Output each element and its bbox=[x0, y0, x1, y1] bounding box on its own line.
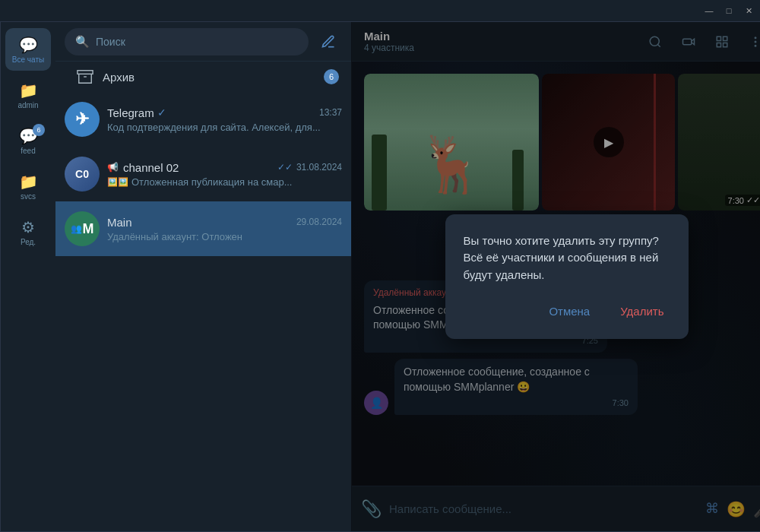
chat-header-main: Main 29.08.2024 bbox=[107, 216, 342, 229]
archive-icon bbox=[68, 59, 103, 94]
icon-rail: 💬 Все чаты 📁 admin 6 💬 feed 📁 svcs ⚙ Ред… bbox=[1, 22, 55, 531]
delete-button[interactable]: Удалить bbox=[614, 302, 670, 321]
red-label: Ред. bbox=[21, 238, 36, 246]
sidebar-item-svcs[interactable]: 📁 svcs bbox=[5, 165, 51, 207]
sidebar-item-feed[interactable]: 6 💬 feed bbox=[5, 119, 51, 162]
chat-header-telegram: Telegram ✓ 13:37 bbox=[107, 106, 342, 119]
admin-label: admin bbox=[17, 101, 38, 109]
archive-row[interactable]: Архив 6 bbox=[55, 62, 351, 92]
red-icon: ⚙ bbox=[21, 218, 35, 236]
chat-header-channel02: 📢 channel 02 ✓✓ 31.08.2024 bbox=[107, 161, 342, 174]
all-chats-label: Все чаты bbox=[12, 55, 44, 64]
dialog-overlay: Вы точно хотите удалить эту группу? Всё … bbox=[352, 22, 760, 531]
all-chats-icon: 💬 bbox=[19, 36, 38, 54]
archive-label: Архив bbox=[103, 71, 324, 84]
search-input[interactable] bbox=[96, 36, 298, 48]
chat-preview-main: Удалённый аккаунт: Отложен bbox=[107, 231, 342, 242]
svg-rect-0 bbox=[78, 71, 93, 74]
dialog-actions: Отмена Удалить bbox=[464, 302, 670, 321]
window-chrome: — □ ✕ bbox=[0, 0, 760, 21]
feed-badge: 6 bbox=[33, 124, 45, 136]
sidebar-item-red[interactable]: ⚙ Ред. bbox=[5, 211, 51, 253]
admin-icon: 📁 bbox=[19, 81, 38, 100]
cancel-button[interactable]: Отмена bbox=[543, 302, 596, 321]
svcs-icon: 📁 bbox=[19, 173, 38, 191]
dialog-text: Вы точно хотите удалить эту группу? Всё … bbox=[464, 233, 670, 284]
chat-time-channel02: ✓✓ 31.08.2024 bbox=[277, 162, 342, 173]
chat-list-panel: 🔍 Архив 6 ✈ bbox=[55, 22, 352, 531]
chat-preview-telegram: Код подтверждения для сайта. Алексей, дл… bbox=[107, 122, 342, 133]
chat-item-telegram[interactable]: ✈ Telegram ✓ 13:37 Код подтверждения для… bbox=[55, 92, 351, 147]
chat-item-main[interactable]: 👥M Main 29.08.2024 Удалённый аккаунт: От… bbox=[55, 201, 351, 256]
chat-time-telegram: 13:37 bbox=[319, 107, 342, 118]
chat-main: Main 4 участника bbox=[352, 22, 760, 531]
chat-info-telegram: Telegram ✓ 13:37 Код подтверждения для с… bbox=[107, 106, 342, 133]
app-container: 💬 Все чаты 📁 admin 6 💬 feed 📁 svcs ⚙ Ред… bbox=[0, 21, 760, 532]
chat-info-main: Main 29.08.2024 Удалённый аккаунт: Отлож… bbox=[107, 216, 342, 242]
compose-button[interactable] bbox=[315, 28, 342, 55]
sidebar-item-all-chats[interactable]: 💬 Все чаты bbox=[5, 28, 51, 71]
avatar-main: 👥M bbox=[65, 211, 100, 246]
chat-name-main: Main bbox=[107, 216, 132, 229]
chat-preview-channel02: 🖼️🖼️ Отложенная публикация на смар... bbox=[107, 176, 342, 188]
sidebar-item-admin[interactable]: 📁 admin bbox=[5, 74, 51, 116]
search-input-wrap[interactable]: 🔍 bbox=[65, 28, 309, 55]
avatar-channel02: C0 bbox=[65, 157, 100, 192]
chat-name-telegram: Telegram ✓ bbox=[107, 106, 166, 119]
dialog-box: Вы точно хотите удалить эту группу? Всё … bbox=[445, 214, 689, 340]
chat-time-main: 29.08.2024 bbox=[296, 217, 342, 227]
search-bar: 🔍 bbox=[55, 22, 351, 62]
search-icon: 🔍 bbox=[75, 35, 90, 49]
chat-info-channel02: 📢 channel 02 ✓✓ 31.08.2024 🖼️🖼️ Отложенн… bbox=[107, 161, 342, 188]
close-button[interactable]: ✕ bbox=[743, 5, 754, 16]
svcs-label: svcs bbox=[21, 192, 36, 201]
archive-badge: 6 bbox=[324, 69, 339, 84]
minimize-button[interactable]: — bbox=[704, 5, 714, 16]
chat-item-channel02[interactable]: C0 📢 channel 02 ✓✓ 31.08.2024 🖼️🖼️ Отлож… bbox=[55, 147, 351, 201]
avatar-telegram: ✈ bbox=[65, 102, 100, 137]
verified-icon: ✓ bbox=[157, 106, 166, 119]
feed-label: feed bbox=[21, 147, 35, 155]
maximize-button[interactable]: □ bbox=[724, 5, 734, 16]
chat-name-channel02: 📢 channel 02 bbox=[107, 161, 179, 174]
